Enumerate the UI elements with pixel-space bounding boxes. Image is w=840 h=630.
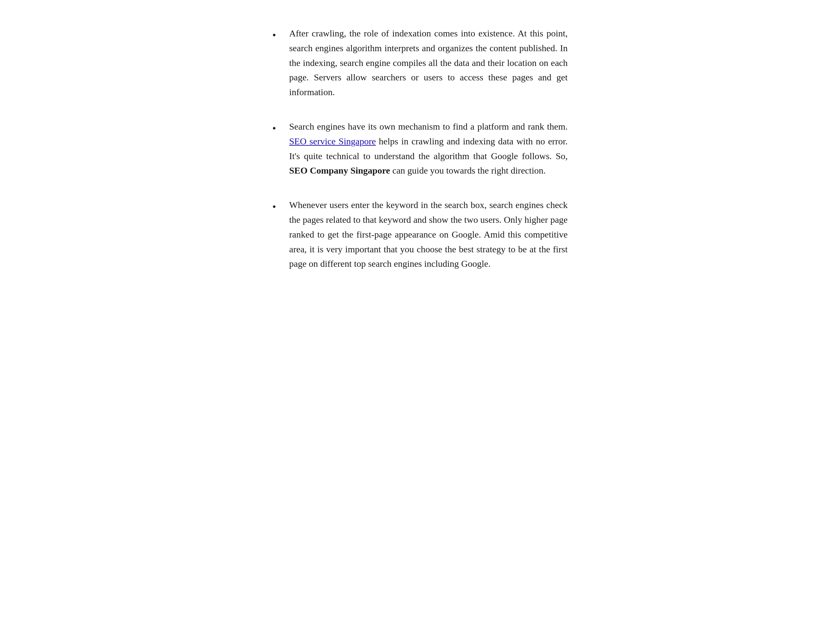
- bullet-symbol-2: •: [272, 120, 276, 137]
- bullet-section-2: • Search engines have its own mechanism …: [272, 120, 568, 178]
- bullet-text-3: Whenever users enter the keyword in the …: [289, 198, 568, 272]
- bullet-symbol-3: •: [272, 199, 276, 215]
- seo-company-singapore-bold: SEO Company Singapore: [289, 165, 390, 175]
- bullet-text-2: Search engines have its own mechanism to…: [289, 120, 568, 178]
- seo-service-singapore-link[interactable]: SEO service Singapore: [289, 136, 376, 146]
- bullet-symbol-1: •: [272, 27, 276, 44]
- bullet-text-1: After crawling, the role of indexation c…: [289, 26, 568, 100]
- bullet-section-1: • After crawling, the role of indexation…: [272, 26, 568, 100]
- bullet-section-3: • Whenever users enter the keyword in th…: [272, 198, 568, 272]
- page-container: • After crawling, the role of indexation…: [240, 0, 600, 317]
